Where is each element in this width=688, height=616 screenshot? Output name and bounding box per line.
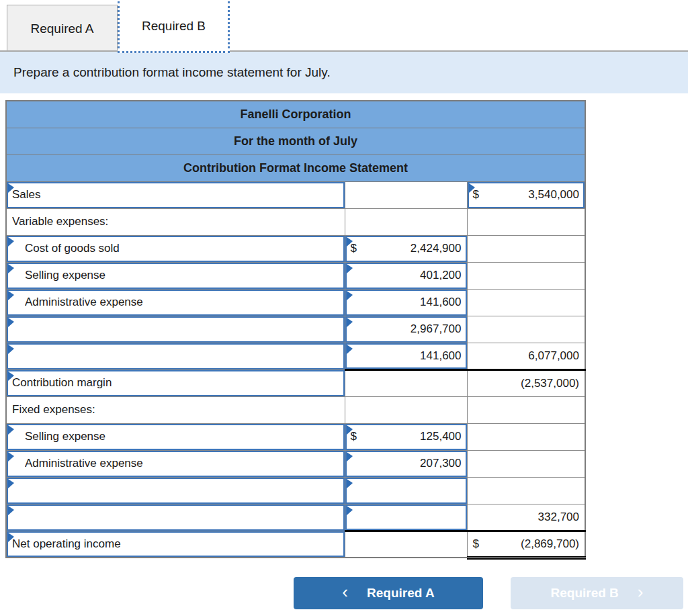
input-marker-icon xyxy=(8,237,14,247)
label-cell[interactable]: Selling expense xyxy=(6,262,345,289)
table-row: 332,700 xyxy=(6,504,585,531)
tab-required-a-label: Required A xyxy=(30,21,93,36)
amount-right-cell: (2,537,000) xyxy=(467,369,585,396)
input-marker-icon xyxy=(347,318,353,327)
input-marker-icon xyxy=(8,479,14,488)
input-marker-icon xyxy=(469,183,475,193)
table-row: Contribution margin (2,537,000) xyxy=(6,369,585,396)
table-row: Selling expense $125,400 xyxy=(6,423,585,450)
amount-mid-cell[interactable]: 401,200 xyxy=(345,262,467,289)
amount-mid-cell[interactable]: 141,600 xyxy=(345,289,467,316)
label-cell[interactable]: Contribution margin xyxy=(6,369,345,396)
amount-mid-cell xyxy=(345,396,467,423)
amount-right-cell xyxy=(467,289,585,316)
label-cell[interactable]: Administrative expense xyxy=(6,289,345,316)
required-b-button-label: Required B xyxy=(550,586,618,601)
label-cell[interactable] xyxy=(6,343,345,369)
tab-bar: Required A Required B xyxy=(0,0,688,52)
tab-required-a[interactable]: Required A xyxy=(7,5,118,52)
table-row: Cost of goods sold $2,424,900 xyxy=(6,235,585,262)
table-row: 2,967,700 xyxy=(6,316,585,343)
amount-mid-cell xyxy=(345,369,467,396)
amount-right-cell[interactable]: $3,540,000 xyxy=(467,181,585,208)
table-row: 141,600 6,077,000 xyxy=(6,343,585,369)
chevron-right-icon: › xyxy=(638,583,644,601)
amount-mid-cell[interactable]: 141,600 xyxy=(345,343,467,369)
table-row: Administrative expense 207,300 xyxy=(6,450,585,477)
table-row: Net operating income $(2,869,700) xyxy=(6,531,585,558)
amount-right-cell xyxy=(467,262,585,289)
input-marker-icon xyxy=(8,345,14,354)
input-marker-icon xyxy=(8,506,14,515)
label-cell: Variable expenses: xyxy=(6,208,345,235)
label-cell[interactable]: Net operating income xyxy=(6,531,345,558)
footer-navigation: ‹ Required A Required B › xyxy=(0,577,688,609)
input-marker-icon xyxy=(347,264,353,273)
amount-right-cell xyxy=(467,208,585,235)
table-row xyxy=(6,477,585,504)
table-row: Administrative expense 141,600 xyxy=(6,289,585,316)
amount-right-cell: 6,077,000 xyxy=(467,343,585,369)
amount-mid-cell[interactable]: 2,967,700 xyxy=(345,316,467,343)
table-row: Variable expenses: xyxy=(6,208,585,235)
label-cell: Fixed expenses: xyxy=(6,396,345,423)
amount-mid-cell[interactable] xyxy=(345,504,467,531)
amount-right-cell xyxy=(467,450,585,477)
required-a-button[interactable]: ‹ Required A xyxy=(294,577,483,609)
table-row: Fixed expenses: xyxy=(6,396,585,423)
input-marker-icon xyxy=(347,237,353,247)
input-marker-icon xyxy=(347,479,353,488)
label-cell[interactable] xyxy=(6,477,345,504)
amount-mid-cell xyxy=(345,181,467,208)
input-marker-icon xyxy=(8,371,14,381)
amount-mid-cell[interactable]: 207,300 xyxy=(345,450,467,477)
tab-required-b[interactable]: Required B xyxy=(118,1,230,53)
tab-required-b-label: Required B xyxy=(142,19,206,34)
amount-right-cell xyxy=(467,235,585,262)
chevron-left-icon: ‹ xyxy=(342,583,348,601)
input-marker-icon xyxy=(8,533,14,542)
statement-subtitle: Contribution Format Income Statement xyxy=(6,155,585,181)
input-marker-icon xyxy=(8,318,14,327)
required-b-button[interactable]: Required B › xyxy=(511,577,683,609)
input-marker-icon xyxy=(8,264,14,273)
input-marker-icon xyxy=(347,452,353,461)
statement-period: For the month of July xyxy=(6,128,585,155)
amount-right-cell xyxy=(467,396,585,423)
input-marker-icon xyxy=(8,291,14,300)
amount-right-cell xyxy=(467,423,585,450)
amount-mid-cell xyxy=(345,531,467,558)
amount-right-cell xyxy=(467,316,585,343)
statement-title: Fanelli Corporation xyxy=(6,101,585,128)
label-cell[interactable]: Cost of goods sold xyxy=(6,235,345,262)
label-cell[interactable]: Administrative expense xyxy=(6,450,345,477)
amount-mid-cell xyxy=(345,208,467,235)
amount-mid-cell[interactable]: $125,400 xyxy=(345,423,467,450)
table-row: Selling expense 401,200 xyxy=(6,262,585,289)
input-marker-icon xyxy=(8,425,14,435)
amount-right-cell: $(2,869,700) xyxy=(467,531,585,558)
input-marker-icon xyxy=(347,506,353,515)
input-marker-icon xyxy=(347,345,353,354)
income-statement-table: Fanelli Corporation For the month of Jul… xyxy=(5,100,586,560)
label-cell[interactable]: Selling expense xyxy=(6,423,345,450)
amount-right-cell: 332,700 xyxy=(467,504,585,531)
input-marker-icon xyxy=(347,291,353,300)
label-cell[interactable]: Sales xyxy=(6,181,345,208)
instruction-banner: Prepare a contribution format income sta… xyxy=(0,52,688,93)
amount-mid-cell[interactable] xyxy=(345,477,467,504)
instruction-text: Prepare a contribution format income sta… xyxy=(13,65,331,80)
required-a-button-label: Required A xyxy=(367,586,435,601)
label-cell[interactable] xyxy=(6,316,345,343)
input-marker-icon xyxy=(8,183,14,193)
input-marker-icon xyxy=(347,425,353,435)
table-row: Sales $3,540,000 xyxy=(6,181,585,208)
label-cell[interactable] xyxy=(6,504,345,531)
amount-mid-cell[interactable]: $2,424,900 xyxy=(345,235,467,262)
input-marker-icon xyxy=(8,452,14,461)
amount-right-cell xyxy=(467,477,585,504)
